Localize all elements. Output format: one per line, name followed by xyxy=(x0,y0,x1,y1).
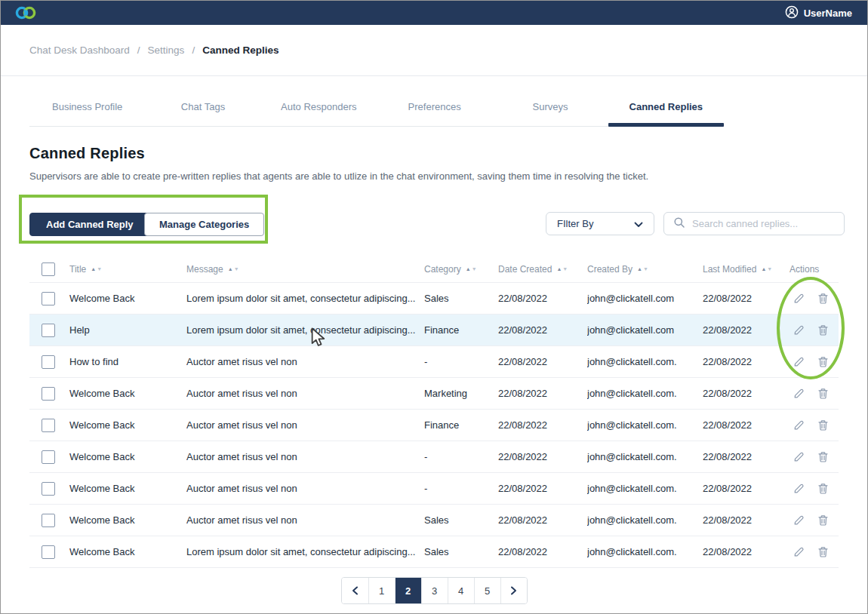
add-canned-reply-button[interactable]: Add Canned Reply xyxy=(29,213,150,236)
tab[interactable]: Canned Replies xyxy=(608,87,724,126)
page-number-button[interactable]: 5 xyxy=(474,578,500,603)
delete-trash-icon[interactable] xyxy=(817,514,829,527)
filter-by-dropdown[interactable]: FIlter By xyxy=(546,212,654,235)
cell-last-modified: 22/08/2022 xyxy=(703,514,790,526)
cell-title: Welcome Back xyxy=(69,483,186,494)
tab[interactable]: Business Profile xyxy=(29,87,145,126)
edit-pencil-icon[interactable] xyxy=(793,514,805,527)
table-row[interactable]: Welcome Back Lorem ipsum dolor sit amet,… xyxy=(29,283,839,315)
sort-asc-icon[interactable]: ▲ xyxy=(466,266,472,272)
edit-pencil-icon[interactable] xyxy=(793,356,805,368)
sort-desc-icon[interactable]: ▼ xyxy=(562,266,568,272)
column-header[interactable]: Date Created ▲▼ xyxy=(498,264,587,275)
row-checkbox[interactable] xyxy=(42,292,55,305)
cell-message: Auctor amet risus vel non xyxy=(186,388,424,399)
column-header[interactable]: Actions ▲▼ xyxy=(790,264,840,275)
tab[interactable]: Chat Tags xyxy=(145,87,260,126)
filter-by-label: FIlter By xyxy=(557,218,593,229)
table-header: Title ▲▼ Message ▲▼ Category ▲▼ Date Cre… xyxy=(29,256,839,283)
sort-icons[interactable]: ▲▼ xyxy=(466,266,478,272)
edit-pencil-icon[interactable] xyxy=(793,483,805,495)
edit-pencil-icon[interactable] xyxy=(793,546,805,558)
delete-trash-icon[interactable] xyxy=(817,293,829,305)
row-checkbox[interactable] xyxy=(42,545,55,559)
manage-categories-button[interactable]: Manage Categories xyxy=(144,213,264,236)
table-row[interactable]: Help Lorem ipsum dolor sit amet, consect… xyxy=(29,315,839,346)
sort-desc-icon[interactable]: ▼ xyxy=(767,266,773,272)
sort-icons[interactable]: ▲▼ xyxy=(761,266,773,272)
cell-title: Welcome Back xyxy=(69,451,186,462)
cell-date-created: 22/08/2022 xyxy=(498,483,587,494)
delete-trash-icon[interactable] xyxy=(817,388,829,400)
delete-trash-icon[interactable] xyxy=(817,356,829,368)
row-checkbox[interactable] xyxy=(42,450,55,464)
edit-pencil-icon[interactable] xyxy=(793,293,805,305)
edit-pencil-icon[interactable] xyxy=(793,324,805,336)
column-header[interactable]: Created By ▲▼ xyxy=(587,264,703,275)
top-bar: UserName xyxy=(1,1,867,25)
sort-asc-icon[interactable]: ▲ xyxy=(91,266,97,272)
sort-icons[interactable]: ▲▼ xyxy=(637,266,649,272)
page-number-button[interactable]: 3 xyxy=(421,578,448,603)
column-header[interactable]: Category ▲▼ xyxy=(424,264,498,275)
edit-pencil-icon[interactable] xyxy=(793,451,805,463)
sort-desc-icon[interactable]: ▼ xyxy=(472,266,478,272)
table-row[interactable]: Welcome Back Auctor amet risus vel non S… xyxy=(29,505,839,536)
sort-asc-icon[interactable]: ▲ xyxy=(228,266,234,272)
sort-desc-icon[interactable]: ▼ xyxy=(234,266,240,272)
breadcrumb-item[interactable]: Settings / xyxy=(148,45,203,56)
cell-created-by: john@clickatell.com. xyxy=(587,388,703,399)
cell-message: Auctor amet risus vel non xyxy=(186,451,424,462)
delete-trash-icon[interactable] xyxy=(817,419,829,431)
table-row[interactable]: Welcome Back Auctor amet risus vel non F… xyxy=(29,410,839,441)
sort-asc-icon[interactable]: ▲ xyxy=(637,266,643,272)
row-checkbox[interactable] xyxy=(42,419,55,432)
cell-date-created: 22/08/2022 xyxy=(498,514,587,526)
row-checkbox[interactable] xyxy=(42,514,55,527)
sort-icons[interactable]: ▲▼ xyxy=(228,266,240,272)
toolbar: Add Canned Reply Manage Categories FIlte… xyxy=(1,200,867,248)
table-row[interactable]: Welcome Back Auctor amet risus vel non M… xyxy=(29,378,839,410)
row-checkbox[interactable] xyxy=(42,324,55,337)
row-checkbox[interactable] xyxy=(42,387,55,401)
clickatell-logo-icon[interactable] xyxy=(14,5,37,21)
row-checkbox[interactable] xyxy=(42,355,55,369)
breadcrumb-item[interactable]: Canned Replies / xyxy=(202,45,279,56)
sort-asc-icon[interactable]: ▲ xyxy=(556,266,562,272)
edit-pencil-icon[interactable] xyxy=(793,388,805,400)
page-number-button[interactable]: 4 xyxy=(448,578,474,603)
delete-trash-icon[interactable] xyxy=(817,546,829,558)
page-number-button[interactable]: 2 xyxy=(395,578,421,603)
breadcrumb-separator: / xyxy=(137,45,140,56)
delete-trash-icon[interactable] xyxy=(817,324,829,336)
sort-desc-icon[interactable]: ▼ xyxy=(97,266,103,272)
delete-trash-icon[interactable] xyxy=(817,451,829,463)
table-row[interactable]: Welcome Back Auctor amet risus vel non -… xyxy=(29,473,839,505)
sort-desc-icon[interactable]: ▼ xyxy=(643,266,649,272)
next-page-button[interactable] xyxy=(500,578,527,603)
table-row[interactable]: Welcome Back Lorem ipsum dolor sit amet,… xyxy=(29,536,839,568)
column-header[interactable]: Title ▲▼ xyxy=(69,264,186,275)
sort-icons[interactable]: ▲▼ xyxy=(91,266,103,272)
search-input[interactable] xyxy=(692,218,835,229)
user-menu[interactable]: UserName xyxy=(785,5,852,21)
column-header[interactable]: Message ▲▼ xyxy=(186,264,424,275)
sort-icons[interactable]: ▲▼ xyxy=(556,266,568,272)
row-checkbox[interactable] xyxy=(42,482,55,496)
canned-replies-table: Title ▲▼ Message ▲▼ Category ▲▼ Date Cre… xyxy=(29,256,839,568)
tab[interactable]: Surveys xyxy=(492,87,608,126)
table-row[interactable]: How to find Auctor amet risus vel non - … xyxy=(29,346,839,378)
edit-pencil-icon[interactable] xyxy=(793,419,805,431)
select-all-checkbox[interactable] xyxy=(42,262,55,276)
sort-asc-icon[interactable]: ▲ xyxy=(761,266,767,272)
page-number-button[interactable]: 1 xyxy=(368,578,395,603)
tab[interactable]: Preferences xyxy=(377,87,492,126)
cell-created-by: john@clickatell.com. xyxy=(587,419,703,431)
column-header[interactable]: Last Modified ▲▼ xyxy=(703,264,790,275)
delete-trash-icon[interactable] xyxy=(817,483,829,495)
tab[interactable]: Auto Responders xyxy=(261,87,377,126)
prev-page-button[interactable] xyxy=(342,578,368,603)
table-row[interactable]: Welcome Back Auctor amet risus vel non -… xyxy=(29,441,839,473)
cell-message: Auctor amet risus vel non xyxy=(186,419,424,431)
breadcrumb-item[interactable]: Chat Desk Dashboard / xyxy=(29,45,148,56)
